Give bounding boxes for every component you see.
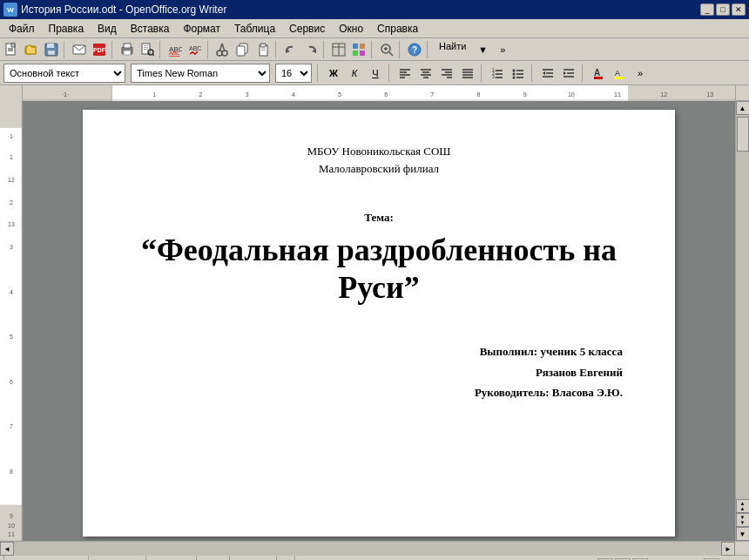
menu-edit[interactable]: Правка: [42, 21, 91, 37]
menu-window[interactable]: Окно: [332, 21, 370, 37]
svg-text:PDF: PDF: [93, 47, 106, 53]
document-page: МБОУ Новоникольская СОШ Малолавровский ф…: [83, 110, 675, 536]
separator-7: [371, 41, 374, 58]
cut-button[interactable]: [213, 40, 233, 59]
menu-format[interactable]: Формат: [176, 21, 227, 37]
redo-button[interactable]: [301, 40, 321, 59]
font-size-select[interactable]: 16: [276, 64, 311, 82]
view-mode-status[interactable]: СТАНД: [230, 556, 277, 560]
highlight-button[interactable]: A: [610, 64, 629, 83]
svg-text:4: 4: [292, 91, 295, 98]
menu-file[interactable]: Файл: [2, 21, 42, 37]
app-icon: W: [3, 3, 17, 17]
scroll-thumb-v[interactable]: [737, 117, 749, 152]
find-button[interactable]: Найти: [433, 40, 472, 59]
menu-insert[interactable]: Вставка: [124, 21, 177, 37]
navigator-button[interactable]: [349, 40, 368, 59]
bold-button[interactable]: Ж: [324, 64, 343, 83]
separator-3: [159, 41, 163, 58]
insert-mode-status[interactable]: ВСТ: [197, 556, 230, 560]
scroll-up-button[interactable]: ▲: [736, 101, 750, 115]
svg-marker-35: [312, 49, 316, 53]
numbering-button[interactable]: 1.2.3.: [488, 64, 507, 83]
email-button[interactable]: [70, 40, 89, 59]
svg-rect-40: [360, 44, 365, 49]
doc-tema: Тема:: [135, 211, 623, 225]
separator-6: [323, 41, 327, 58]
indent-decrease-button[interactable]: [538, 64, 557, 83]
underline-button[interactable]: Ч: [366, 64, 385, 83]
doc-header2: Малолавровский филиал: [135, 162, 623, 176]
separator-1: [64, 41, 67, 58]
table-button[interactable]: [329, 40, 348, 59]
vertical-scrollbar[interactable]: ▲ ▲▲ ▼▼ ▼: [735, 101, 749, 541]
toolbar-more[interactable]: »: [493, 40, 512, 59]
paste-button[interactable]: [253, 40, 273, 59]
indent-increase-button[interactable]: [559, 64, 578, 83]
svg-text:11: 11: [614, 91, 621, 98]
svg-text:10: 10: [568, 91, 575, 98]
help-button[interactable]: ?: [405, 40, 424, 59]
document-area: МБОУ Новоникольская СОШ Малолавровский ф…: [23, 101, 735, 541]
svg-point-71: [513, 69, 516, 71]
svg-text:12: 12: [660, 91, 667, 98]
zoom-in-button[interactable]: [377, 40, 396, 59]
scroll-down-button[interactable]: ▼: [736, 527, 750, 541]
horizontal-ruler: ·1· 1 2 3 4 5 6 7 8 9 10 11 12 13: [23, 85, 735, 101]
paragraph-style-select[interactable]: Основной текст: [4, 64, 125, 82]
menu-tools[interactable]: Сервис: [282, 21, 332, 37]
separator-4: [207, 41, 211, 58]
format-more[interactable]: »: [631, 64, 650, 83]
spell-check-button[interactable]: ABCABC: [165, 40, 185, 59]
language-status: Русский: [146, 556, 197, 560]
copy-button[interactable]: [233, 40, 253, 59]
new-button[interactable]: [2, 40, 21, 59]
svg-marker-84: [563, 71, 566, 75]
scroll-track-h[interactable]: [14, 542, 721, 556]
main-toolbar: PDF ABCABC ABC ? Найти ▼ »: [0, 38, 749, 61]
doc-info3: Руководитель: Власова Э.Ю.: [135, 382, 623, 402]
undo-button[interactable]: [281, 40, 300, 59]
scroll-left-button[interactable]: ◄: [0, 542, 14, 556]
svg-text:1: 1: [10, 154, 13, 161]
font-select[interactable]: Times New Roman: [132, 64, 269, 82]
svg-text:3.: 3.: [492, 74, 496, 79]
align-left-button[interactable]: [395, 64, 415, 83]
svg-marker-80: [543, 71, 545, 75]
align-justify-button[interactable]: [458, 64, 477, 83]
svg-rect-88: [615, 77, 624, 79]
svg-text:A: A: [594, 68, 600, 78]
minimize-button[interactable]: _: [700, 3, 714, 16]
paragraph-style-status: Обычный: [89, 556, 146, 560]
close-button[interactable]: ✕: [732, 3, 746, 16]
separator-2: [111, 41, 115, 58]
maximize-button[interactable]: □: [716, 3, 730, 16]
svg-rect-86: [594, 77, 603, 79]
menu-help[interactable]: Справка: [370, 21, 425, 37]
bullets-button[interactable]: [509, 64, 528, 83]
svg-text:?: ?: [412, 45, 417, 55]
preview-button[interactable]: [138, 40, 157, 59]
scroll-track-v[interactable]: [736, 115, 750, 499]
align-center-button[interactable]: [416, 64, 435, 83]
scroll-right-button[interactable]: ►: [721, 542, 735, 556]
svg-rect-18: [144, 49, 148, 50]
save-button[interactable]: [42, 40, 61, 59]
menu-view[interactable]: Вид: [91, 21, 124, 37]
svg-rect-108: [0, 101, 23, 128]
svg-text:10: 10: [8, 522, 15, 529]
menu-table[interactable]: Таблица: [227, 21, 282, 37]
font-color-button[interactable]: A: [589, 64, 608, 83]
svg-text:5: 5: [338, 91, 341, 98]
scroll-page-down-button[interactable]: ▼▼: [736, 513, 750, 527]
italic-button[interactable]: К: [345, 64, 364, 83]
find-nav-down[interactable]: ▼: [473, 40, 492, 59]
open-button[interactable]: [22, 40, 41, 59]
format-sep-2: [388, 64, 392, 82]
scroll-page-up-button[interactable]: ▲▲: [736, 499, 750, 513]
align-right-button[interactable]: [437, 64, 456, 83]
print-button[interactable]: [118, 40, 137, 59]
spell-auto-button[interactable]: ABC: [186, 40, 205, 59]
doc-title: “Феодальная раздробленность на Руси”: [135, 232, 623, 307]
pdf-button[interactable]: PDF: [90, 40, 109, 59]
